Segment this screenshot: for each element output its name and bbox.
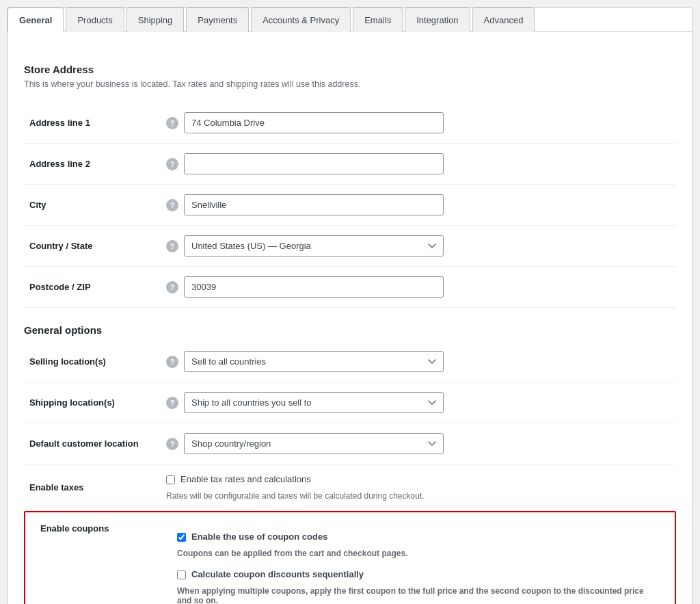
tab-payments[interactable]: Payments — [186, 8, 249, 32]
store-address-table: Address line 1 ? Address line 2 ? — [24, 103, 676, 308]
field-label-selling: Selling location(s) — [24, 341, 161, 382]
enable-taxes-desc: Rates will be configurable and taxes wil… — [166, 491, 671, 501]
table-row: Address line 1 ? — [24, 103, 676, 144]
country-select[interactable]: United States (US) — Georgia — [184, 235, 444, 257]
enable-coupons-checkbox-row: Enable the use of coupon codes — [177, 531, 660, 542]
field-label-city: City — [24, 185, 161, 226]
field-label-enable-coupons: Enable coupons — [35, 522, 172, 604]
tabs-bar: General Products Shipping Payments Accou… — [8, 8, 692, 32]
table-row: Country / State ? United States (US) — G… — [24, 226, 676, 267]
postcode-input[interactable] — [184, 276, 444, 298]
tab-shipping[interactable]: Shipping — [126, 8, 185, 32]
enable-coupons-label: Enable the use of coupon codes — [191, 531, 327, 542]
field-row-city: ? — [166, 194, 671, 215]
field-row-customer-location: ? Shop country/region — [166, 433, 671, 454]
field-cell-customer-location: ? Shop country/region — [161, 423, 676, 464]
tab-integration[interactable]: Integration — [405, 8, 470, 32]
enable-coupons-desc: Coupons can be applied from the cart and… — [177, 549, 660, 558]
field-label-enable-taxes: Enable taxes — [24, 464, 161, 511]
general-options-table: Selling location(s) ? Sell to all countr… — [24, 341, 676, 604]
field-cell-shipping: ? Ship to all countries you sell to — [161, 382, 676, 423]
settings-page: General Products Shipping Payments Accou… — [7, 7, 693, 604]
field-cell-enable-coupons: Enable the use of coupon codes Coupons c… — [172, 522, 665, 604]
field-label-customer-location: Default customer location — [24, 423, 161, 464]
table-row: Address line 2 ? — [24, 144, 676, 185]
tab-emails[interactable]: Emails — [353, 8, 403, 32]
coupons-inner-table: Enable coupons Enable the use of coupon … — [35, 522, 665, 604]
enable-coupons-row: Enable coupons Enable the use of coupon … — [24, 511, 676, 605]
table-row: Enable coupons Enable the use of coupon … — [35, 522, 665, 604]
tab-advanced[interactable]: Advanced — [472, 8, 535, 32]
table-row: Default customer location ? Shop country… — [24, 423, 676, 464]
field-label-postcode: Postcode / ZIP — [24, 267, 161, 308]
general-options-title: General options — [24, 324, 676, 336]
sequential-coupons-checkbox-row: Calculate coupon discounts sequentially — [177, 569, 660, 579]
store-address-section: Store Address This is where your busines… — [24, 53, 676, 89]
field-row-address2: ? — [166, 153, 671, 174]
help-icon-city[interactable]: ? — [166, 199, 178, 211]
enable-coupons-checkbox[interactable] — [177, 533, 186, 542]
store-address-desc: This is where your business is located. … — [24, 79, 676, 89]
coupons-checkbox-group: Enable the use of coupon codes Coupons c… — [177, 531, 660, 604]
table-row: Selling location(s) ? Sell to all countr… — [24, 341, 676, 382]
table-row: Enable taxes Enable tax rates and calcul… — [24, 464, 676, 511]
city-input[interactable] — [184, 194, 444, 215]
field-cell-selling: ? Sell to all countries — [161, 341, 676, 382]
field-label-address1: Address line 1 — [24, 103, 161, 144]
selling-locations-select[interactable]: Sell to all countries — [184, 351, 444, 372]
customer-location-select[interactable]: Shop country/region — [184, 433, 444, 454]
tab-general[interactable]: General — [8, 8, 64, 32]
table-row: City ? — [24, 185, 676, 226]
help-icon-shipping[interactable]: ? — [166, 397, 178, 409]
enable-coupons-cell: Enable coupons Enable the use of coupon … — [24, 511, 676, 605]
sequential-coupons-checkbox[interactable] — [177, 570, 186, 579]
table-row: Postcode / ZIP ? — [24, 267, 676, 308]
field-cell-address1: ? — [161, 103, 676, 144]
field-cell-enable-taxes: Enable tax rates and calculations Rates … — [161, 464, 676, 511]
sequential-coupons-desc: When applying multiple coupons, apply th… — [177, 586, 660, 604]
field-cell-postcode: ? — [161, 267, 676, 308]
tab-products[interactable]: Products — [66, 8, 124, 32]
field-row-country: ? United States (US) — Georgia — [166, 235, 671, 257]
field-label-address2: Address line 2 — [24, 144, 161, 185]
general-options-section: General options — [24, 324, 676, 336]
enable-coupons-highlight: Enable coupons Enable the use of coupon … — [24, 511, 676, 604]
field-cell-address2: ? — [161, 144, 676, 185]
field-row-address1: ? — [166, 112, 671, 133]
help-icon-postcode[interactable]: ? — [166, 281, 178, 293]
help-icon-customer-location[interactable]: ? — [166, 438, 178, 450]
field-cell-city: ? — [161, 185, 676, 226]
field-row-postcode: ? — [166, 276, 671, 298]
help-icon-country[interactable]: ? — [166, 240, 178, 252]
help-icon-address1[interactable]: ? — [166, 117, 178, 129]
store-address-title: Store Address — [24, 64, 676, 75]
address1-input[interactable] — [184, 112, 444, 133]
field-row-selling: ? Sell to all countries — [166, 351, 671, 372]
enable-taxes-label: Enable tax rates and calculations — [180, 474, 311, 484]
address2-input[interactable] — [184, 153, 444, 174]
field-row-shipping: ? Ship to all countries you sell to — [166, 392, 671, 413]
shipping-locations-select[interactable]: Ship to all countries you sell to — [184, 392, 444, 413]
field-cell-country: ? United States (US) — Georgia — [161, 226, 676, 267]
tab-accounts-privacy[interactable]: Accounts & Privacy — [251, 8, 351, 32]
taxes-checkbox-row: Enable tax rates and calculations — [166, 474, 671, 484]
tab-content: Store Address This is where your busines… — [8, 32, 692, 604]
field-label-shipping: Shipping location(s) — [24, 382, 161, 423]
taxes-checkbox-group: Enable tax rates and calculations Rates … — [166, 474, 671, 501]
sequential-coupons-label: Calculate coupon discounts sequentially — [191, 569, 364, 579]
table-row: Shipping location(s) ? Ship to all count… — [24, 382, 676, 423]
help-icon-selling[interactable]: ? — [166, 356, 178, 368]
enable-taxes-checkbox[interactable] — [166, 475, 175, 484]
help-icon-address2[interactable]: ? — [166, 158, 178, 170]
field-label-country: Country / State — [24, 226, 161, 267]
